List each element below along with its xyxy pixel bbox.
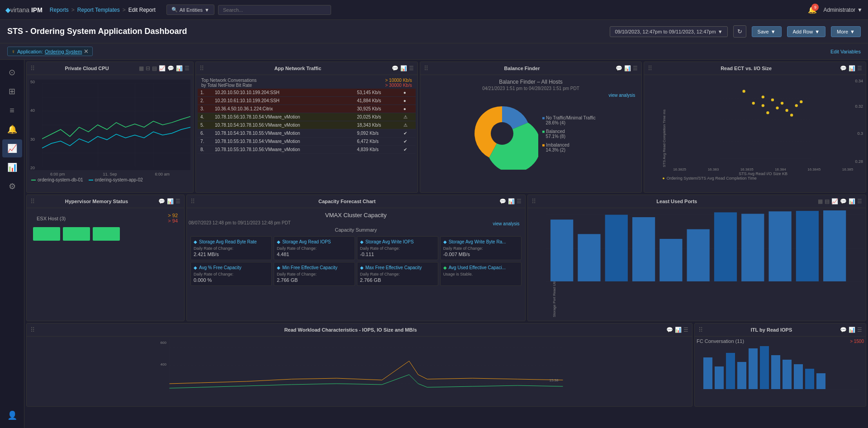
capacity-view-analysis[interactable]: view analysis xyxy=(493,221,523,226)
sidebar-item-user[interactable]: 👤 xyxy=(2,406,22,424)
row-status: ● xyxy=(401,89,416,97)
widget-memory-icons: 💬 📊 ☰ xyxy=(158,198,180,204)
card-title-8: ◆ Avg Used Effective Capaci... xyxy=(443,265,518,270)
scatter-drag-handle[interactable]: ⠿ xyxy=(648,65,652,72)
svg-point-12 xyxy=(781,102,783,105)
icon-table2[interactable]: ▤ xyxy=(152,65,157,71)
ports-table-icon[interactable]: ▤ xyxy=(825,198,830,204)
menu-icon[interactable]: ☰ xyxy=(185,65,190,71)
diamond-icon-7: ◆ xyxy=(360,265,364,270)
balance-drag-handle[interactable]: ⠿ xyxy=(424,65,428,72)
capacity-menu-icon[interactable]: ☰ xyxy=(517,198,522,204)
cpu-chart-svg xyxy=(42,80,190,170)
itl-menu-icon[interactable]: ☰ xyxy=(857,327,862,333)
svg-point-2 xyxy=(491,122,513,145)
widget-read-workload-header: ⠿ Read Workload Characteristics - IOPS, … xyxy=(27,323,692,337)
date-range-label: 09/10/2023, 12:47pm to 09/11/2023, 12:47… xyxy=(615,29,716,34)
balance-pie-svg xyxy=(466,97,538,170)
sidebar-item-alerts[interactable]: 🔔 xyxy=(2,120,22,138)
network-drag-handle[interactable]: ⠿ xyxy=(199,65,204,72)
row-status: ⚠ xyxy=(401,121,416,129)
refresh-button[interactable]: ↻ xyxy=(733,25,746,38)
sidebar-item-dashboard[interactable]: ⊙ xyxy=(2,63,22,81)
widget-row-1: ⠿ Private Cloud CPU ▦ ⊟ ▤ 📈 💬 📊 ☰ xyxy=(26,62,866,193)
icon-grid2[interactable]: ⊟ xyxy=(146,65,150,71)
balance-bar-icon[interactable]: 📊 xyxy=(624,65,631,71)
rw-bar-icon[interactable]: 📊 xyxy=(675,327,682,333)
network-comment-icon[interactable]: 💬 xyxy=(392,65,398,71)
user-menu-button[interactable]: Administrator ▼ xyxy=(823,7,863,13)
balance-menu-icon[interactable]: ☰ xyxy=(633,65,638,71)
network-bar-icon[interactable]: 📊 xyxy=(400,65,407,71)
card-value-7: 2.766 GB xyxy=(360,277,435,283)
ports-grid-icon[interactable]: ▦ xyxy=(818,198,823,204)
drag-handle[interactable]: ⠿ xyxy=(30,65,35,72)
read-workload-drag-handle[interactable]: ⠿ xyxy=(30,326,35,333)
capacity-comment-icon[interactable]: 💬 xyxy=(499,198,506,204)
memory-bar-icon[interactable]: 📊 xyxy=(167,198,174,204)
add-row-button[interactable]: Add Row ▼ xyxy=(787,26,826,37)
scatter-menu-icon[interactable]: ☰ xyxy=(857,65,862,71)
memory-menu-icon[interactable]: ☰ xyxy=(175,198,180,204)
row-rate: 30,925 Kb/s xyxy=(354,105,401,113)
widget-scatter-body: STS Avg Read Completion Time ms 0.34 0.3… xyxy=(644,75,866,182)
ports-comment-icon[interactable]: 💬 xyxy=(840,198,847,204)
breadcrumb-reports[interactable]: Reports xyxy=(50,7,69,13)
sidebar-item-widgets[interactable]: ⊞ xyxy=(2,82,22,100)
comment-icon[interactable]: 💬 xyxy=(167,65,174,71)
ports-menu-icon[interactable]: ☰ xyxy=(857,198,862,204)
row-num: 2. xyxy=(198,97,212,105)
breadcrumb-templates[interactable]: Report Templates xyxy=(77,7,120,13)
save-button[interactable]: Save ▼ xyxy=(752,26,782,37)
row-rate: 18,343 Kb/s xyxy=(354,121,401,129)
entities-selector[interactable]: 🔍 All Entities ▼ xyxy=(166,5,214,15)
table-icon[interactable]: ▦ xyxy=(139,65,144,71)
card-value-2: 4.481 xyxy=(277,252,352,257)
calendar-icon: ▼ xyxy=(718,29,723,34)
sidebar-item-data[interactable]: 📊 xyxy=(2,158,22,176)
itl-bar-icon[interactable]: 📊 xyxy=(849,327,855,333)
widget-itl-icons: 💬 📊 ☰ xyxy=(840,327,862,333)
capacity-bar-icon[interactable]: 📊 xyxy=(508,198,515,204)
bar-icon[interactable]: 📊 xyxy=(176,65,183,71)
sidebar-item-analytics[interactable]: 📈 xyxy=(2,139,22,157)
capacity-drag-handle[interactable]: ⠿ xyxy=(190,198,195,205)
more-button[interactable]: More ▼ xyxy=(831,26,861,37)
ports-bar-icon[interactable]: 📊 xyxy=(849,198,855,204)
table-row: 4. 10.78.10.56:10.78.10.54:VMware_vMotio… xyxy=(198,113,416,121)
sidebar-item-reports[interactable]: ≡ xyxy=(2,101,22,119)
dashboard: ⠿ Private Cloud CPU ▦ ⊟ ▤ 📈 💬 📊 ☰ xyxy=(24,60,868,428)
y-mid2-label: 0.3 xyxy=(858,131,863,136)
date-range-button[interactable]: 09/10/2023, 12:47pm to 09/11/2023, 12:47… xyxy=(610,26,727,37)
rw-comment-icon[interactable]: 💬 xyxy=(666,327,673,333)
filter-app-value[interactable]: Ordering System xyxy=(45,49,82,54)
itl-comment-icon[interactable]: 💬 xyxy=(840,327,847,333)
chart-line-active-icon[interactable]: 📈 xyxy=(159,65,166,71)
no-traffic-label: ■ No Traffic/Minimal Traffic 28.6% (4) xyxy=(542,115,595,125)
capacity-summary-title: Capacity Summary xyxy=(189,227,523,233)
row-num: 6. xyxy=(198,129,212,138)
widget-memory-body: ESX Host (3) > 92 > 94 xyxy=(27,208,184,245)
row-rate: 9,092 Kb/s xyxy=(354,129,401,138)
cpu-x-labels: 6:00 pm 11. Sep 6:00 am xyxy=(29,172,190,176)
threshold-92: > 92 xyxy=(168,213,178,218)
network-menu-icon[interactable]: ☰ xyxy=(409,65,414,71)
ports-drag-handle[interactable]: ⠿ xyxy=(531,198,536,205)
capacity-card-write-iops: ◆ Storage Avg Write IOPS Daily Rate of C… xyxy=(357,236,438,260)
row-rate: 6,472 Kb/s xyxy=(354,138,401,146)
scatter-comment-icon[interactable]: 💬 xyxy=(840,65,847,71)
memory-drag-handle[interactable]: ⠿ xyxy=(30,198,35,205)
notifications-button[interactable]: 🔔 9 xyxy=(808,5,817,14)
sidebar-item-settings[interactable]: ⚙ xyxy=(2,177,22,195)
memory-comment-icon[interactable]: 💬 xyxy=(158,198,165,204)
filter-close-icon[interactable]: ✕ xyxy=(84,48,89,55)
scatter-bar-icon[interactable]: 📊 xyxy=(849,65,855,71)
ports-line-icon[interactable]: 📈 xyxy=(831,198,838,204)
search-input[interactable] xyxy=(218,5,331,15)
edit-variables-button[interactable]: Edit Variables xyxy=(830,49,861,54)
add-row-chevron-icon: ▼ xyxy=(815,29,820,34)
balance-comment-icon[interactable]: 💬 xyxy=(616,65,622,71)
rw-menu-icon[interactable]: ☰ xyxy=(683,327,688,333)
entities-label: All Entities xyxy=(180,7,203,13)
itl-drag-handle[interactable]: ⠿ xyxy=(698,326,703,333)
